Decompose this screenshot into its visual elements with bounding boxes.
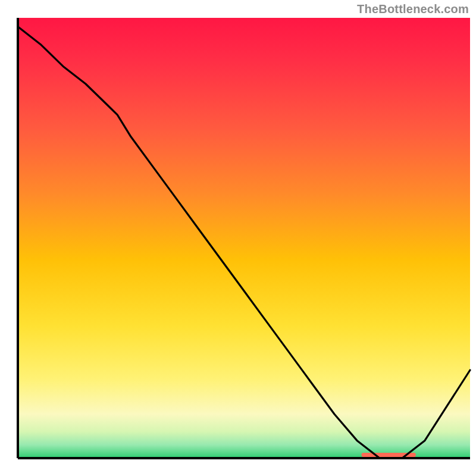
- chart-container: TheBottleneck.com: [0, 0, 476, 476]
- bottleneck-chart: [0, 0, 476, 476]
- attribution-watermark: TheBottleneck.com: [357, 2, 469, 16]
